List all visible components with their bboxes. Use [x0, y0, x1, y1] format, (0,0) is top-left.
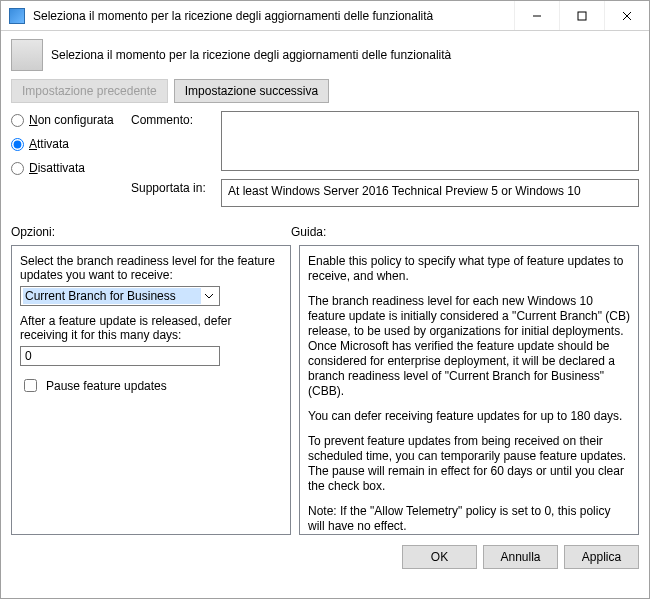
titlebar: Seleziona il momento per la ricezione de…	[1, 1, 649, 31]
apply-button[interactable]: Applica	[564, 545, 639, 569]
help-heading: Guida:	[291, 225, 326, 239]
pause-updates-label: Pause feature updates	[46, 379, 167, 393]
svg-rect-0	[578, 12, 586, 20]
fields: Commento: Supportata in: At least Window…	[131, 111, 639, 215]
defer-days-label: After a feature update is released, defe…	[20, 314, 282, 342]
help-p3: You can defer receiving feature updates …	[308, 409, 630, 424]
next-setting-button[interactable]: Impostazione successiva	[174, 79, 329, 103]
window-title: Seleziona il momento per la ricezione de…	[33, 9, 514, 23]
app-icon	[9, 8, 25, 24]
config-area: Non configurata Attivata Disattivata Com…	[1, 111, 649, 219]
header: Seleziona il momento per la ricezione de…	[1, 31, 649, 75]
header-subtitle: Seleziona il momento per la ricezione de…	[51, 48, 451, 62]
policy-icon	[11, 39, 43, 71]
section-labels: Opzioni: Guida:	[1, 219, 649, 241]
radio-enabled-input[interactable]	[11, 138, 24, 151]
cancel-button[interactable]: Annulla	[483, 545, 558, 569]
previous-setting-button[interactable]: Impostazione precedente	[11, 79, 168, 103]
comment-label: Commento:	[131, 111, 221, 171]
pause-updates-checkbox[interactable]	[24, 379, 37, 392]
radio-disabled-input[interactable]	[11, 162, 24, 175]
nav-buttons: Impostazione precedente Impostazione suc…	[1, 75, 649, 111]
help-pane: Enable this policy to specify what type …	[299, 245, 639, 535]
help-text: Enable this policy to specify what type …	[308, 254, 630, 534]
panes: Select the branch readiness level for th…	[1, 241, 649, 535]
branch-readiness-value: Current Branch for Business	[23, 288, 201, 304]
state-radios: Non configurata Attivata Disattivata	[11, 111, 131, 215]
radio-not-configured-input[interactable]	[11, 114, 24, 127]
footer: OK Annulla Applica	[1, 535, 649, 579]
maximize-button[interactable]	[559, 1, 604, 30]
radio-not-configured[interactable]: Non configurata	[11, 113, 131, 127]
supported-value: At least Windows Server 2016 Technical P…	[221, 179, 639, 207]
ok-button[interactable]: OK	[402, 545, 477, 569]
help-p1: Enable this policy to specify what type …	[308, 254, 630, 284]
chevron-down-icon	[201, 288, 217, 304]
minimize-button[interactable]	[514, 1, 559, 30]
branch-readiness-label: Select the branch readiness level for th…	[20, 254, 282, 282]
defer-days-input[interactable]	[20, 346, 220, 366]
options-heading: Opzioni:	[11, 225, 291, 239]
help-p2: The branch readiness level for each new …	[308, 294, 630, 399]
radio-enabled[interactable]: Attivata	[11, 137, 131, 151]
close-button[interactable]	[604, 1, 649, 30]
comment-input[interactable]	[221, 111, 639, 171]
options-pane: Select the branch readiness level for th…	[11, 245, 291, 535]
pause-updates-row[interactable]: Pause feature updates	[20, 376, 282, 395]
radio-disabled[interactable]: Disattivata	[11, 161, 131, 175]
supported-label: Supportata in:	[131, 179, 221, 207]
help-p4: To prevent feature updates from being re…	[308, 434, 630, 494]
window-controls	[514, 1, 649, 30]
branch-readiness-combo[interactable]: Current Branch for Business	[20, 286, 220, 306]
help-p5: Note: If the "Allow Telemetry" policy is…	[308, 504, 630, 534]
